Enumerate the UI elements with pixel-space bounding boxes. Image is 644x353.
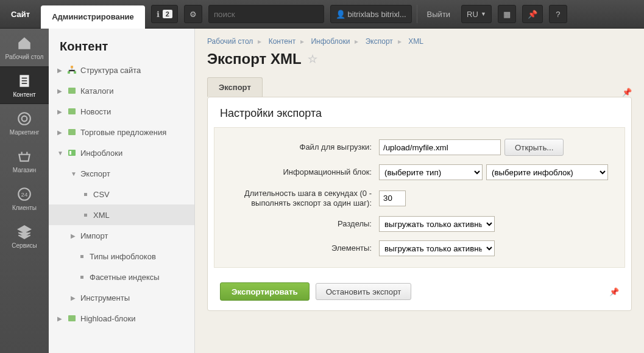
tab-site[interactable]: Сайт: [0, 0, 41, 29]
help-icon: ?: [556, 10, 560, 19]
settings-gear-button[interactable]: ⚙: [184, 5, 202, 23]
home-icon: [16, 35, 32, 51]
svg-point-5: [22, 116, 27, 121]
calendar-button[interactable]: ▦: [498, 5, 516, 23]
svg-rect-1: [22, 77, 27, 79]
gear-icon: ⚙: [189, 10, 197, 19]
tree-facet[interactable]: Фасетные индексы: [49, 267, 194, 287]
tree-highload[interactable]: ▶Highload-блоки: [49, 308, 194, 329]
bullet-icon: [80, 255, 83, 258]
bullet-icon: [80, 276, 83, 279]
sitemap-icon: [67, 65, 77, 75]
chevron-down-icon: ▼: [71, 170, 77, 177]
tab-admin[interactable]: Администрирование: [41, 5, 145, 29]
crumb-content[interactable]: Контент: [269, 37, 295, 46]
rail-content[interactable]: Контент: [0, 66, 49, 104]
tab-export[interactable]: Экспорт: [207, 77, 263, 97]
panel-title: Настройки экспорта: [208, 97, 631, 127]
svg-rect-9: [68, 71, 70, 74]
svg-point-4: [18, 113, 30, 125]
tree-news[interactable]: ▶Новости: [49, 101, 194, 122]
export-button[interactable]: Экспортировать: [220, 282, 310, 301]
tree-export[interactable]: ▼Экспорт: [49, 163, 194, 184]
chevron-right-icon: ▶: [71, 295, 77, 301]
rail-clients[interactable]: 24 Клиенты: [0, 180, 49, 217]
chevron-right-icon: ▶: [71, 232, 77, 239]
label-iblock: Информационный блок:: [221, 167, 379, 177]
top-search-input[interactable]: [208, 5, 324, 23]
svg-rect-14: [68, 150, 76, 156]
breadcrumb: Рабочий стол▸ Контент▸ Инфоблоки▸ Экспор…: [195, 29, 644, 51]
crumb-export[interactable]: Экспорт: [366, 37, 393, 46]
lang-selector[interactable]: RU ▼: [461, 5, 492, 23]
tab-pin-icon[interactable]: 📌: [622, 88, 632, 97]
tree-structure[interactable]: ▶Структура сайта: [49, 60, 194, 80]
tree-csv[interactable]: CSV: [49, 184, 194, 204]
folder-icon: [67, 127, 77, 137]
input-step[interactable]: [379, 190, 406, 206]
chevron-right-icon: ▶: [57, 129, 63, 136]
logout-link[interactable]: Выйти: [422, 10, 456, 19]
rail-services[interactable]: Сервисы: [0, 217, 49, 255]
page-title: Экспорт XML: [207, 51, 302, 68]
chevron-right-icon: ▶: [57, 88, 63, 94]
svg-rect-11: [68, 88, 76, 94]
calendar-icon: ▦: [503, 10, 511, 19]
svg-rect-12: [68, 108, 76, 114]
svg-rect-8: [71, 66, 73, 68]
tree-xml[interactable]: XML: [49, 204, 194, 225]
svg-rect-2: [22, 80, 27, 81]
chevron-right-icon: ▶: [57, 67, 63, 74]
user-button[interactable]: 👤 bitrixlabs bitrixl...: [330, 5, 412, 23]
rail-desktop[interactable]: Рабочий стол: [0, 29, 49, 66]
tree-offers[interactable]: ▶Торговые предложения: [49, 122, 194, 142]
crumb-iblocks[interactable]: Инфоблоки: [311, 37, 350, 46]
bullet-icon: [84, 214, 87, 217]
notification-count: 2: [163, 10, 172, 18]
open-file-button[interactable]: Открыть...: [504, 139, 564, 156]
rail-shop[interactable]: Магазин: [0, 142, 49, 180]
chevron-down-icon: ▼: [57, 150, 63, 156]
document-icon: [16, 73, 32, 89]
svg-rect-3: [22, 83, 27, 84]
chevron-down-icon: ▼: [481, 11, 486, 17]
tree-import[interactable]: ▶Импорт: [49, 225, 194, 246]
select-sections[interactable]: выгружать только активные: [379, 216, 495, 232]
select-iblock[interactable]: (выберите инфоблок): [486, 164, 608, 180]
input-file[interactable]: [379, 139, 501, 155]
folder-icon: [67, 107, 77, 116]
favorite-star-icon[interactable]: ☆: [308, 52, 317, 66]
crumb-xml[interactable]: XML: [408, 37, 423, 46]
stop-export-button[interactable]: Остановить экспорт: [316, 283, 412, 300]
panel-pin-icon[interactable]: 📌: [609, 287, 619, 296]
info-icon: ℹ: [157, 10, 160, 19]
svg-rect-10: [74, 71, 76, 74]
iblock-icon: [67, 148, 77, 158]
folder-icon: [67, 86, 77, 96]
divider: [417, 5, 417, 23]
label-sections: Разделы:: [221, 219, 379, 229]
tree-iblocks[interactable]: ▼Инфоблоки: [49, 142, 194, 163]
rail-marketing[interactable]: Маркетинг: [0, 104, 49, 142]
tree-tools[interactable]: ▶Инструменты: [49, 287, 194, 308]
folder-icon: [67, 313, 77, 323]
chevron-right-icon: ▶: [57, 108, 63, 115]
label-step: Длительность шага в секундах (0 - выполн…: [221, 189, 379, 208]
select-iblock-type[interactable]: (выберите тип): [379, 164, 483, 180]
pin-button[interactable]: 📌: [522, 5, 543, 23]
label-elements: Элементы:: [221, 243, 379, 253]
svg-rect-15: [69, 151, 71, 155]
clock-icon: 24: [16, 186, 32, 202]
tree-ibtypes[interactable]: Типы инфоблоков: [49, 246, 194, 267]
chevron-right-icon: ▶: [57, 315, 63, 322]
select-elements[interactable]: выгружать только активные: [379, 240, 495, 256]
svg-rect-16: [68, 315, 76, 321]
help-button[interactable]: ?: [549, 5, 567, 23]
tree-catalogs[interactable]: ▶Каталоги: [49, 80, 194, 101]
svg-rect-13: [68, 129, 76, 135]
bullet-icon: [84, 193, 87, 196]
pin-icon: 📌: [528, 10, 537, 19]
crumb-desktop[interactable]: Рабочий стол: [207, 37, 253, 46]
notifications-button[interactable]: ℹ 2: [151, 5, 178, 23]
layers-icon: [16, 224, 32, 240]
